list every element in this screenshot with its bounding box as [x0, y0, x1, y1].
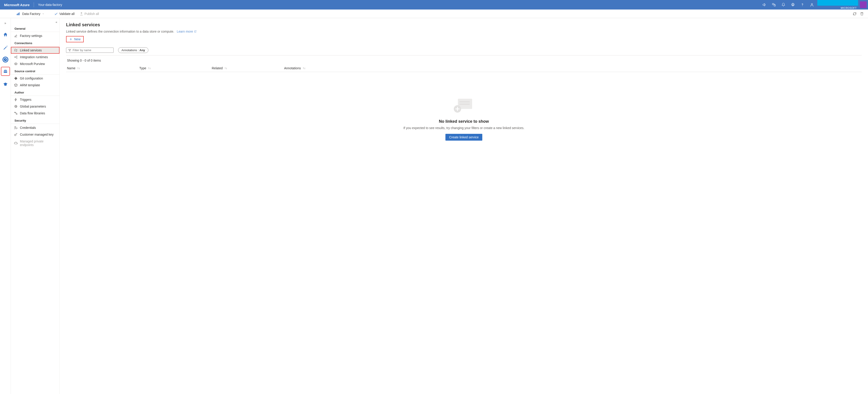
sort-icon: ↑↓ — [148, 66, 151, 70]
gear-icon[interactable] — [788, 0, 798, 9]
validate-all-button[interactable]: Validate all — [53, 11, 76, 17]
sidebar-item-label: Managed private endpoints — [20, 139, 56, 147]
chart-icon — [14, 34, 18, 37]
col-annotations[interactable]: Annotations ↑↓ — [284, 66, 861, 70]
sidebar-item-arm[interactable]: ARM template — [11, 82, 60, 88]
svg-point-20 — [17, 128, 17, 129]
svg-point-4 — [811, 3, 813, 5]
main-content: Linked services Linked service defines t… — [60, 18, 868, 394]
col-name[interactable]: Name ↑↓ — [67, 66, 140, 70]
svg-rect-17 — [14, 112, 16, 113]
col-related[interactable]: Related ↑↓ — [212, 66, 284, 70]
delete-button[interactable] — [860, 12, 864, 16]
create-linked-service-button[interactable]: Create linked service — [445, 134, 482, 141]
sidepanel-collapse-button[interactable]: « — [53, 20, 60, 25]
section-header-connections: Connections — [11, 39, 60, 47]
side-panel: « General Factory settings Connections L… — [11, 18, 60, 394]
filter-input[interactable] — [73, 49, 112, 52]
empty-subtitle: If you expected to see results, try chan… — [403, 126, 524, 130]
graduation-cap-icon — [3, 82, 8, 87]
sidebar-item-label: Integration runtimes — [20, 55, 48, 59]
gauge-icon — [3, 57, 8, 62]
new-label: New — [74, 37, 81, 41]
eye-icon — [14, 62, 18, 66]
col-annotations-label: Annotations — [284, 66, 301, 70]
section-header-source-control: Source control — [11, 67, 60, 75]
annotations-label: Annotations : — [122, 49, 140, 52]
avatar[interactable] — [860, 1, 867, 8]
rail-monitor-button[interactable] — [2, 57, 8, 62]
sidebar-item-triggers[interactable]: Triggers — [11, 96, 60, 103]
validate-label: Validate all — [59, 12, 74, 16]
learn-more-link[interactable]: Learn more — [177, 30, 197, 33]
rail-expand-button[interactable]: » — [4, 20, 7, 26]
megaphone-icon[interactable] — [760, 0, 769, 9]
sidebar-item-global-params[interactable]: Global parameters — [11, 103, 60, 110]
sidebar-item-factory-settings[interactable]: Factory settings — [11, 32, 60, 39]
rail-learn-button[interactable] — [1, 80, 10, 89]
nav-rail: » — [0, 18, 11, 394]
svg-rect-1 — [774, 5, 775, 6]
sidebar-item-dataflow-libs[interactable]: Data flow libraries — [11, 110, 60, 117]
sidebar-item-credentials[interactable]: Credentials — [11, 124, 60, 131]
factory-name[interactable]: Your-data-factory — [34, 3, 66, 6]
help-icon[interactable] — [798, 0, 807, 9]
filter-input-wrap[interactable] — [66, 48, 114, 53]
sidebar-item-label: Data flow libraries — [20, 111, 45, 115]
link-icon — [14, 49, 18, 52]
tenant-block[interactable]: MICROSOFT — [817, 0, 868, 9]
refresh-button[interactable] — [852, 12, 857, 16]
new-button[interactable]: New — [66, 36, 84, 43]
page-title: Linked services — [66, 22, 862, 27]
toolbar: Data Factory Validate all Publish all — [0, 9, 868, 18]
annotations-filter[interactable]: Annotations : Any — [118, 47, 148, 53]
data-factory-icon — [16, 12, 20, 16]
sidebar-item-integration-runtimes[interactable]: Integration runtimes — [11, 54, 60, 60]
bolt-icon — [14, 98, 18, 102]
svg-point-10 — [17, 49, 17, 50]
learn-more-label: Learn more — [177, 30, 193, 33]
sidebar-item-label: Git configuration — [20, 77, 43, 80]
sidebar-item-linked-services[interactable]: Linked services — [11, 47, 60, 54]
svg-point-21 — [14, 134, 16, 136]
rail-home-button[interactable] — [1, 30, 10, 39]
main-layout: » « General Factory settings Connections… — [0, 18, 868, 394]
data-factory-dropdown[interactable]: Data Factory — [15, 11, 46, 17]
toolbar-left: Data Factory Validate all Publish all — [15, 11, 100, 17]
sidebar-item-label: Credentials — [20, 126, 36, 130]
person-key-icon — [14, 126, 18, 130]
brand-label[interactable]: Microsoft Azure — [0, 3, 34, 7]
external-link-icon — [194, 30, 196, 33]
bell-icon[interactable] — [779, 0, 788, 9]
svg-rect-24 — [460, 104, 470, 105]
sidebar-item-purview[interactable]: Microsoft Purview — [11, 60, 60, 67]
top-bar: Microsoft Azure Your-data-factory MICROS… — [0, 0, 868, 9]
sidebar-item-label: Microsoft Purview — [20, 62, 45, 66]
publish-all-button: Publish all — [78, 11, 100, 17]
top-bar-icons — [760, 0, 817, 9]
rail-author-button[interactable] — [1, 44, 10, 52]
pencil-icon — [3, 45, 8, 50]
svg-point-19 — [15, 126, 16, 128]
person-icon[interactable] — [807, 0, 816, 9]
home-icon — [3, 32, 8, 37]
sidebar-item-cmk[interactable]: Customer managed key — [11, 131, 60, 138]
svg-point-12 — [14, 57, 15, 58]
rail-manage-button[interactable] — [1, 67, 10, 76]
top-bar-left: Microsoft Azure Your-data-factory — [0, 0, 66, 9]
filter-icon — [68, 49, 71, 52]
svg-point-16 — [15, 106, 16, 107]
sort-icon: ↑↓ — [303, 66, 305, 70]
tenant-label: MICROSOFT — [839, 6, 859, 10]
feedback-icon[interactable] — [769, 0, 778, 9]
col-type[interactable]: Type ↑↓ — [140, 66, 212, 70]
annotations-value: Any — [140, 49, 145, 52]
svg-rect-18 — [16, 114, 17, 114]
sidebar-item-label: ARM template — [20, 83, 40, 87]
upload-icon — [80, 12, 83, 16]
svg-rect-0 — [772, 3, 774, 5]
svg-point-15 — [16, 63, 16, 64]
sidebar-item-git[interactable]: Git configuration — [11, 75, 60, 82]
svg-rect-5 — [17, 14, 18, 15]
publish-label: Publish all — [85, 12, 99, 16]
